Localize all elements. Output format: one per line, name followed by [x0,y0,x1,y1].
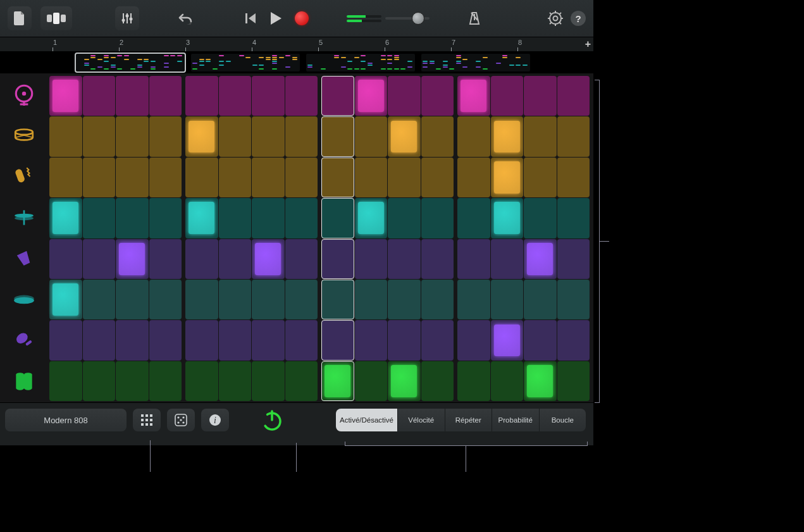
step-cell[interactable] [321,280,354,319]
track-conga[interactable] [0,361,48,402]
step-cell[interactable] [285,361,318,401]
step-cell[interactable] [83,158,116,197]
step-cell[interactable] [457,320,490,360]
step-cell[interactable] [557,280,590,319]
step-cell[interactable] [116,361,149,401]
step-cell[interactable] [321,239,354,279]
step-cell[interactable] [355,361,388,401]
step-cell[interactable] [116,198,149,238]
step-cell[interactable] [524,361,557,401]
step-cell[interactable] [252,198,285,238]
power-button[interactable] [235,407,308,433]
help-button[interactable]: ? [571,11,586,26]
step-cell[interactable] [388,361,421,401]
pattern-thumbnail[interactable] [421,54,530,71]
step-cell[interactable] [219,239,252,279]
step-cell[interactable] [421,280,454,319]
track-shaker[interactable] [0,320,48,361]
step-cell[interactable] [457,280,490,319]
step-cell[interactable] [355,198,388,238]
segment-0[interactable]: Activé/Désactivé [336,409,397,431]
step-cell[interactable] [421,239,454,279]
step-cell[interactable] [388,116,421,156]
step-cell[interactable] [83,320,116,360]
step-cell[interactable] [321,116,354,156]
step-cell[interactable] [491,116,524,156]
step-cell[interactable] [116,280,149,319]
step-cell[interactable] [49,239,82,279]
pattern-thumbnail[interactable] [191,54,300,71]
preset-selector[interactable]: Modern 808 [5,409,127,431]
step-cell[interactable] [149,76,182,116]
step-cell[interactable] [421,76,454,116]
step-cell[interactable] [83,116,116,156]
step-cell[interactable] [524,320,557,360]
step-cell[interactable] [457,239,490,279]
step-cell[interactable] [421,116,454,156]
step-cell[interactable] [219,361,252,401]
step-cell[interactable] [355,280,388,319]
step-cell[interactable] [524,239,557,279]
step-cell[interactable] [421,158,454,197]
info-button[interactable]: i [201,409,229,431]
step-cell[interactable] [116,320,149,360]
step-cell[interactable] [252,116,285,156]
step-cell[interactable] [355,239,388,279]
step-cell[interactable] [491,76,524,116]
step-cell[interactable] [285,76,318,116]
step-cell[interactable] [116,76,149,116]
step-cell[interactable] [219,158,252,197]
record-button[interactable] [295,11,309,25]
step-cell[interactable] [491,361,524,401]
step-cell[interactable] [49,280,82,319]
step-cell[interactable] [252,158,285,197]
step-cell[interactable] [491,198,524,238]
track-hi-hat[interactable] [0,197,48,238]
step-cell[interactable] [524,116,557,156]
step-cell[interactable] [49,198,82,238]
step-cell[interactable] [321,361,354,401]
step-cell[interactable] [491,280,524,319]
step-cell[interactable] [252,361,285,401]
track-cowbell[interactable] [0,238,48,279]
step-cell[interactable] [116,116,149,156]
step-cell[interactable] [219,76,252,116]
step-cell[interactable] [524,158,557,197]
step-cell[interactable] [83,239,116,279]
step-cell[interactable] [149,198,182,238]
step-cell[interactable] [49,158,82,197]
step-cell[interactable] [149,280,182,319]
step-cell[interactable] [421,198,454,238]
grid-view-button[interactable] [133,409,161,431]
step-cell[interactable] [557,76,590,116]
segment-4[interactable]: Boucle [539,409,586,431]
volume-thumb[interactable] [412,12,424,25]
step-cell[interactable] [185,116,218,156]
step-cell[interactable] [355,116,388,156]
pattern-thumbnail[interactable] [76,54,185,71]
step-cell[interactable] [557,239,590,279]
step-cell[interactable] [49,116,82,156]
step-cell[interactable] [457,158,490,197]
step-cell[interactable] [83,76,116,116]
step-cell[interactable] [388,76,421,116]
step-cell[interactable] [149,320,182,360]
step-cell[interactable] [421,361,454,401]
step-cell[interactable] [557,320,590,360]
step-cell[interactable] [49,320,82,360]
track-clap[interactable] [0,156,48,197]
step-cell[interactable] [185,198,218,238]
step-cell[interactable] [491,239,524,279]
step-cell[interactable] [185,76,218,116]
step-cell[interactable] [252,320,285,360]
step-cell[interactable] [219,280,252,319]
step-cell[interactable] [457,198,490,238]
step-cell[interactable] [219,198,252,238]
step-cell[interactable] [321,320,354,360]
randomize-button[interactable] [167,409,195,431]
step-cell[interactable] [457,76,490,116]
step-cell[interactable] [321,158,354,197]
step-cell[interactable] [285,198,318,238]
step-cell[interactable] [355,320,388,360]
step-cell[interactable] [388,198,421,238]
